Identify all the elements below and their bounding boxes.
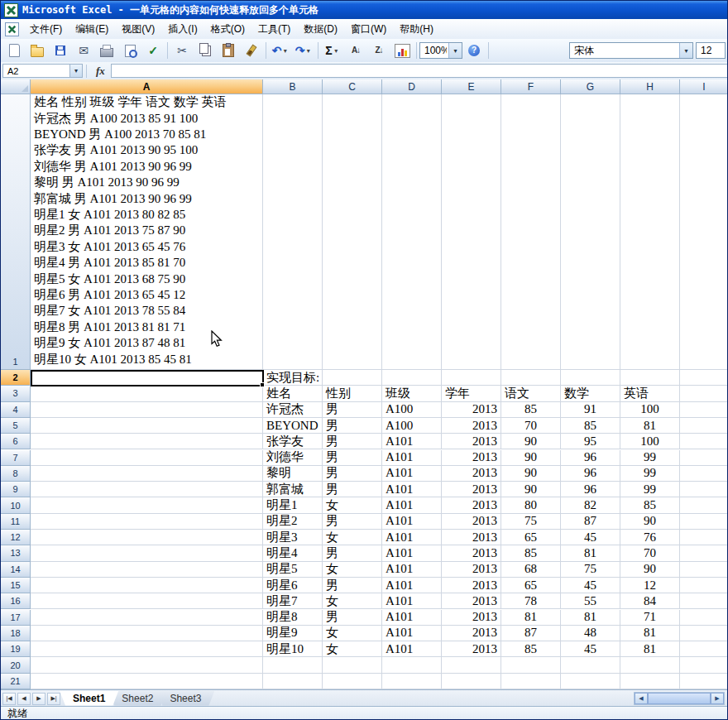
cell-D20[interactable] xyxy=(382,657,442,673)
cell-C1[interactable] xyxy=(323,94,382,370)
cell-H16[interactable]: 84 xyxy=(620,593,680,609)
new-button[interactable] xyxy=(3,41,25,60)
cell-E3[interactable]: 学年 xyxy=(442,386,501,401)
cell-B21[interactable] xyxy=(263,674,323,689)
cell-C9[interactable]: 男 xyxy=(323,482,382,497)
cell-C12[interactable]: 女 xyxy=(323,530,382,545)
cell-D1[interactable] xyxy=(382,94,442,370)
cell-G9[interactable]: 96 xyxy=(561,482,620,497)
cell-D6[interactable]: A101 xyxy=(382,434,442,449)
cell-G10[interactable]: 82 xyxy=(561,497,620,513)
cell-D14[interactable]: A101 xyxy=(382,562,442,578)
cell-I10[interactable] xyxy=(680,497,727,513)
scroll-right-button[interactable] xyxy=(711,693,724,704)
dropdown-arrow-icon[interactable] xyxy=(448,43,462,58)
cell-A9[interactable] xyxy=(31,482,263,497)
zoom-combo[interactable]: 100% xyxy=(419,42,462,59)
cell-D8[interactable]: A101 xyxy=(382,466,442,482)
row-header-17[interactable]: 17 xyxy=(1,610,31,626)
menu-edit[interactable]: 编辑(E) xyxy=(69,20,115,39)
cell-D19[interactable]: A101 xyxy=(382,641,442,657)
cell-C19[interactable]: 女 xyxy=(323,641,382,657)
cell-H18[interactable]: 81 xyxy=(620,626,680,641)
col-header-D[interactable]: D xyxy=(382,79,442,94)
cell-I17[interactable] xyxy=(680,610,727,626)
cell-G12[interactable]: 45 xyxy=(561,530,620,545)
cell-H5[interactable]: 81 xyxy=(620,418,680,434)
cell-F16[interactable]: 78 xyxy=(501,593,561,609)
cell-E13[interactable]: 2013 xyxy=(442,545,501,561)
cell-F21[interactable] xyxy=(501,674,561,689)
cell-H10[interactable]: 85 xyxy=(620,497,680,513)
cell-I1[interactable] xyxy=(680,94,727,370)
cell-C7[interactable]: 男 xyxy=(323,450,382,466)
cell-D2[interactable] xyxy=(382,370,442,386)
cell-I13[interactable] xyxy=(680,545,727,561)
cell-H1[interactable] xyxy=(620,94,680,370)
cell-E17[interactable]: 2013 xyxy=(442,610,501,626)
cell-I9[interactable] xyxy=(680,482,727,497)
tab-sheet1[interactable]: Sheet1 xyxy=(60,691,118,706)
cell-A12[interactable] xyxy=(31,530,263,545)
cell-I3[interactable] xyxy=(680,386,727,401)
copy-button[interactable] xyxy=(194,41,216,60)
cell-C4[interactable]: 男 xyxy=(323,402,382,418)
name-box[interactable]: A2 xyxy=(2,64,70,78)
cell-B5[interactable]: BEYOND xyxy=(263,418,323,434)
cell-I6[interactable] xyxy=(680,434,727,449)
cell-C11[interactable]: 男 xyxy=(323,514,382,530)
cell-E20[interactable] xyxy=(442,657,501,673)
row-header-14[interactable]: 14 xyxy=(1,562,31,578)
row-header-12[interactable]: 12 xyxy=(1,530,31,545)
select-all-corner[interactable] xyxy=(1,79,31,94)
cell-G15[interactable]: 45 xyxy=(561,578,620,593)
cell-F12[interactable]: 65 xyxy=(501,530,561,545)
cell-H15[interactable]: 12 xyxy=(620,578,680,593)
cell-A15[interactable] xyxy=(31,578,263,593)
col-header-F[interactable]: F xyxy=(501,79,561,94)
cell-B4[interactable]: 许冠杰 xyxy=(263,402,323,418)
undo-button[interactable]: ↶ xyxy=(270,41,291,60)
row-header-19[interactable]: 19 xyxy=(1,641,31,657)
cell-G3[interactable]: 数学 xyxy=(561,386,620,401)
cell-G8[interactable]: 96 xyxy=(561,466,620,482)
cell-I11[interactable] xyxy=(680,514,727,530)
cell-B18[interactable]: 明星9 xyxy=(263,626,323,641)
cell-F18[interactable]: 87 xyxy=(501,626,561,641)
cell-F15[interactable]: 65 xyxy=(501,578,561,593)
cell-B13[interactable]: 明星4 xyxy=(263,545,323,561)
cell-G11[interactable]: 87 xyxy=(561,514,620,530)
row-header-15[interactable]: 15 xyxy=(1,578,31,593)
cell-E19[interactable]: 2013 xyxy=(442,641,501,657)
dropdown-arrow-icon[interactable] xyxy=(679,43,692,58)
insert-function-button[interactable]: fx xyxy=(90,65,111,78)
menu-help[interactable]: 帮助(H) xyxy=(393,20,440,39)
cell-C17[interactable]: 男 xyxy=(323,610,382,626)
row-header-16[interactable]: 16 xyxy=(1,593,31,609)
email-button[interactable]: ✉ xyxy=(73,41,94,60)
cell-A4[interactable] xyxy=(31,402,263,418)
cell-E4[interactable]: 2013 xyxy=(442,402,501,418)
cell-C14[interactable]: 女 xyxy=(323,562,382,578)
row-header-21[interactable]: 21 xyxy=(1,674,31,689)
menu-format[interactable]: 格式(O) xyxy=(204,20,251,39)
cell-G20[interactable] xyxy=(561,657,620,673)
col-header-G[interactable]: G xyxy=(561,79,620,94)
row-header-1[interactable]: 1 xyxy=(1,94,31,370)
cell-E10[interactable]: 2013 xyxy=(442,497,501,513)
workbook-icon[interactable] xyxy=(5,22,19,36)
cell-I8[interactable] xyxy=(680,466,727,482)
cell-B10[interactable]: 明星1 xyxy=(263,497,323,513)
cell-E1[interactable] xyxy=(442,94,501,370)
cell-H9[interactable]: 99 xyxy=(620,482,680,497)
row-header-4[interactable]: 4 xyxy=(1,402,31,418)
row-header-10[interactable]: 10 xyxy=(1,497,31,513)
cell-G2[interactable] xyxy=(561,370,620,386)
save-button[interactable] xyxy=(50,41,71,60)
cell-G18[interactable]: 48 xyxy=(561,626,620,641)
cell-G5[interactable]: 85 xyxy=(561,418,620,434)
open-button[interactable] xyxy=(26,41,48,60)
cell-E12[interactable]: 2013 xyxy=(442,530,501,545)
cell-E8[interactable]: 2013 xyxy=(442,466,501,482)
menu-tools[interactable]: 工具(T) xyxy=(251,20,297,39)
